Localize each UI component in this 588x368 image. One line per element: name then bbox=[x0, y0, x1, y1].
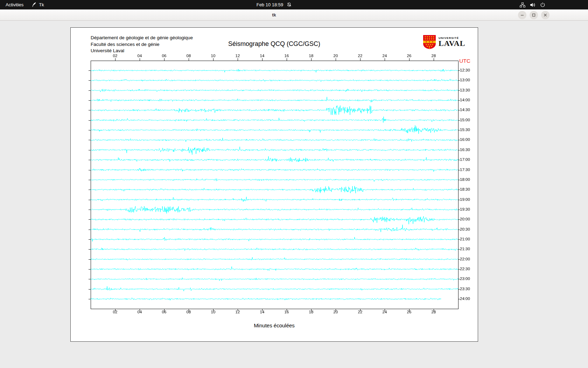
laval-shield-icon bbox=[423, 35, 436, 49]
maximize-icon bbox=[532, 13, 536, 17]
time-row-label: 22:30 bbox=[460, 267, 470, 271]
x-tick-label: 02 bbox=[113, 54, 118, 58]
x-tick-label: 14 bbox=[260, 54, 265, 58]
time-row-label: 19:00 bbox=[460, 197, 470, 202]
seismogram-canvas bbox=[71, 52, 478, 313]
minimize-button[interactable] bbox=[518, 11, 526, 19]
network-icon bbox=[520, 2, 525, 7]
window-title: tk bbox=[272, 9, 276, 21]
time-row-label: 14:30 bbox=[460, 108, 470, 112]
x-tick-label: 20 bbox=[334, 310, 338, 314]
x-tick-label: 06 bbox=[162, 310, 167, 314]
x-tick-label: 24 bbox=[383, 310, 387, 314]
x-tick-label: 14 bbox=[260, 310, 265, 314]
power-icon bbox=[540, 2, 545, 7]
x-tick-label: 22 bbox=[358, 54, 363, 58]
x-tick-label: 04 bbox=[138, 310, 142, 314]
time-row-label: 20:00 bbox=[460, 217, 470, 221]
x-tick-label: 12 bbox=[236, 54, 240, 58]
x-tick-label: 04 bbox=[138, 54, 142, 58]
time-row-label: 13:30 bbox=[460, 88, 470, 92]
x-tick-label: 16 bbox=[285, 54, 289, 58]
time-row-label: 21:30 bbox=[460, 247, 470, 251]
app-indicator-label: Tk bbox=[39, 2, 44, 7]
x-tick-label: 26 bbox=[407, 310, 412, 314]
x-tick-label: 10 bbox=[211, 310, 216, 314]
activities-button[interactable]: Activities bbox=[6, 2, 23, 7]
time-row-label: 13:00 bbox=[460, 78, 470, 82]
x-tick-label: 20 bbox=[334, 54, 338, 58]
x-tick-label: 10 bbox=[211, 54, 216, 58]
chart-title: Séismographe QCQ (CGC/GSC) bbox=[71, 40, 478, 48]
x-tick-label: 22 bbox=[358, 310, 363, 314]
x-tick-label: 12 bbox=[236, 310, 240, 314]
time-row-label: 15:30 bbox=[460, 128, 470, 132]
x-axis-bottom: 0204060810121416182022242628 bbox=[71, 310, 478, 315]
seismograph-panel: Département de géologie et de génie géol… bbox=[70, 27, 478, 342]
x-tick-label: 26 bbox=[407, 54, 412, 58]
volume-icon bbox=[530, 2, 536, 7]
clock-label: Feb 10 18:59 bbox=[257, 2, 284, 7]
x-tick-label: 08 bbox=[187, 310, 191, 314]
clock-button[interactable]: Feb 10 18:59 bbox=[257, 0, 292, 9]
notifications-muted-icon bbox=[286, 2, 292, 7]
tk-feather-icon bbox=[32, 2, 36, 7]
time-row-label: 20:30 bbox=[460, 227, 470, 231]
maximize-button[interactable] bbox=[530, 11, 538, 19]
time-row-label: 17:30 bbox=[460, 168, 470, 172]
gnome-top-bar: Activities Tk Feb 10 18:59 bbox=[0, 0, 588, 9]
logo-laval-label: LAVAL bbox=[439, 40, 465, 47]
minimize-icon bbox=[520, 13, 524, 17]
time-row-label: 16:30 bbox=[460, 148, 470, 152]
time-row-label: 21:00 bbox=[460, 237, 470, 241]
close-button[interactable] bbox=[541, 11, 550, 19]
x-tick-label: 16 bbox=[285, 310, 289, 314]
x-tick-label: 02 bbox=[113, 310, 118, 314]
time-row-label: 18:00 bbox=[460, 177, 470, 182]
x-tick-label: 18 bbox=[309, 54, 314, 58]
time-row-label: 12:30 bbox=[460, 68, 470, 72]
x-tick-label: 18 bbox=[309, 310, 314, 314]
time-row-label: 17:00 bbox=[460, 157, 470, 162]
laval-logo-text: UNIVERSITÉ LAVAL bbox=[439, 35, 465, 47]
app-indicator[interactable]: Tk bbox=[32, 2, 44, 7]
top-bar-left: Activities Tk bbox=[0, 0, 44, 9]
window-controls bbox=[518, 11, 550, 19]
time-row-label: 15:00 bbox=[460, 118, 470, 122]
x-tick-label: 28 bbox=[432, 310, 436, 314]
time-row-label: 18:30 bbox=[460, 187, 470, 191]
time-row-label: 16:00 bbox=[460, 137, 470, 142]
x-tick-label: 24 bbox=[383, 54, 387, 58]
time-row-label: 22:00 bbox=[460, 257, 470, 261]
time-row-label: 24:00 bbox=[460, 297, 470, 301]
x-tick-label: 06 bbox=[162, 54, 167, 58]
x-tick-label: 28 bbox=[432, 54, 436, 58]
time-row-label: 23:30 bbox=[460, 287, 470, 291]
x-axis-top: 0204060810121416182022242628 bbox=[71, 54, 478, 59]
system-status-area[interactable] bbox=[520, 0, 545, 9]
x-tick-label: 08 bbox=[187, 54, 191, 58]
x-axis-title: Minutes écoulées bbox=[71, 322, 478, 328]
utc-label: UTC bbox=[459, 58, 470, 64]
time-row-label: 19:30 bbox=[460, 207, 470, 211]
window-content: Département de géologie et de génie géol… bbox=[0, 21, 588, 368]
close-icon bbox=[544, 13, 547, 17]
time-row-label: 14:00 bbox=[460, 98, 470, 102]
window-titlebar[interactable]: tk bbox=[0, 9, 588, 21]
universite-laval-logo: UNIVERSITÉ LAVAL bbox=[423, 35, 465, 49]
time-row-label: 23:00 bbox=[460, 277, 470, 281]
